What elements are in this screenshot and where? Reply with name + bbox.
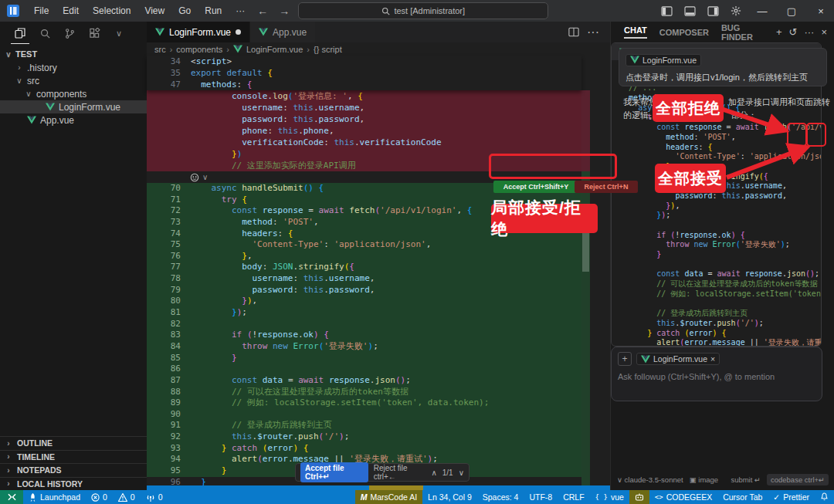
toggle-panel-icon[interactable] [680, 2, 700, 19]
status-item-indentation[interactable]: Spaces: 4 [477, 490, 524, 504]
menu-run[interactable]: Run [198, 5, 229, 16]
code-line: }), [619, 201, 821, 211]
search-sidebar-icon[interactable] [36, 23, 54, 43]
status-item-launchpad[interactable]: Launchpad [23, 490, 86, 504]
context-file-chip[interactable]: LoginForm.vue × [636, 353, 720, 365]
tab-app[interactable]: App.vue [249, 22, 315, 42]
remote-indicator[interactable] [0, 490, 23, 504]
source-control-icon[interactable] [60, 23, 79, 43]
tree-item-src[interactable]: ∨src [0, 74, 147, 87]
add-context-button[interactable]: + [618, 352, 632, 366]
model-selector[interactable]: ∨ claude-3.5-sonnet [617, 475, 683, 484]
status-item-ports[interactable]: 0 [141, 490, 168, 504]
menu-view[interactable]: View [137, 5, 171, 16]
breadcrumb-symbol[interactable]: {} script [314, 45, 342, 54]
code-line: const data = await response.json(); [619, 269, 821, 279]
split-editor-icon[interactable] [568, 27, 579, 37]
status-item-marscode-ai[interactable]: MMarsCode AI [355, 490, 422, 504]
tree-item--history[interactable]: ›.history [0, 61, 147, 74]
status-item-cursor-position[interactable]: Ln 34, Col 9 [422, 490, 477, 504]
status-item-notifications[interactable] [815, 490, 834, 504]
ai-assistant-icon [190, 173, 199, 182]
status-item-problems-warnings[interactable]: 0 [113, 490, 141, 504]
chat-input-box[interactable]: + LoginForm.vue × Ask followup (Ctrl+Shi… [611, 347, 822, 401]
reject-hunk-button[interactable]: Reject Ctrl+N [575, 181, 638, 193]
tree-item-app-vue[interactable]: App.vue [0, 113, 147, 127]
more-icon[interactable]: ··· [804, 26, 814, 38]
panel-timeline[interactable]: ›TIMELINE [0, 450, 147, 464]
breadcrumb-components[interactable]: components [176, 45, 222, 54]
breadcrumb-file[interactable]: LoginForm.vue [246, 45, 303, 54]
chevron-down-icon[interactable]: ∨ [110, 23, 128, 43]
breadcrumb[interactable]: src› components› LoginForm.vue› {} scrip… [154, 42, 342, 56]
reject-file-button[interactable]: Reject file ctrl+← [374, 464, 426, 481]
panel-outline[interactable]: ›OUTLINE [0, 436, 147, 450]
status-item-label: CODEGEEX [666, 492, 713, 502]
status-item-codegeex[interactable]: <>CODEGEEX [649, 490, 717, 504]
editor-scrollbar[interactable] [581, 56, 590, 485]
tree-item-loginform-vue[interactable]: LoginForm.vue [0, 100, 147, 113]
attach-image-button[interactable]: ▣ image [690, 475, 719, 484]
chat-tab-composer[interactable]: COMPOSER [659, 28, 709, 37]
chevron-right-icon: › [5, 479, 12, 488]
code-line: this.$router.push('/'); [619, 319, 821, 329]
panel-local-history[interactable]: ›LOCAL HISTORY [0, 477, 147, 491]
chat-tab-bug-finder[interactable]: BUG FINDER [721, 23, 764, 42]
code-line: console.log('登录信息: ', { [147, 90, 581, 102]
code-line: // 登录成功后跳转到主页 [619, 309, 821, 319]
annotation-outline-accept-all [806, 123, 826, 147]
nav-forward-icon[interactable]: → [273, 5, 295, 17]
menu-go[interactable]: Go [171, 5, 198, 16]
status-item-prettier[interactable]: ✓Prettier [768, 490, 815, 504]
status-item-eol[interactable]: CRLF [558, 490, 589, 504]
sidebar-bottom-panels: ›OUTLINE›TIMELINE›NOTEPADS›LOCAL HISTORY [0, 436, 147, 490]
tab-loginform[interactable]: LoginForm.vue [147, 22, 249, 42]
status-item-language-mode[interactable]: { }vue [590, 490, 629, 504]
add-chat-icon[interactable]: + [776, 26, 782, 38]
menu-file[interactable]: File [27, 5, 56, 16]
extensions-icon[interactable] [85, 23, 103, 43]
submit-button[interactable]: submit ↵ [731, 475, 761, 484]
minimize-button[interactable]: — [749, 0, 775, 22]
sticky-scroll-lines: 34<script>35export default {47 methods: … [147, 56, 581, 90]
chat-tab-chat[interactable]: CHAT [624, 25, 647, 39]
remove-context-icon[interactable]: × [710, 354, 715, 364]
chat-tab-bar: CHATCOMPOSERBUG FINDER+↺···× [611, 22, 834, 42]
ai-chat-panel: CHATCOMPOSERBUG FINDER+↺···× LoginForm.v… [610, 22, 834, 490]
command-search-box[interactable]: test [Administrator] [298, 2, 548, 19]
panel-notepads[interactable]: ›NOTEPADS [0, 463, 147, 477]
code-line: 91 // 登录成功后跳转到主页 [147, 420, 581, 431]
menu-edit[interactable]: Edit [56, 5, 86, 16]
code-line: }); [619, 211, 821, 221]
status-item-marscode-robot[interactable] [629, 490, 649, 504]
explorer-icon[interactable] [11, 23, 29, 44]
code-line: alert(error.message || '登录失败，请重试'); [619, 338, 821, 347]
toggle-sidebar-icon[interactable] [656, 2, 676, 19]
status-item-encoding[interactable]: UTF-8 [524, 490, 558, 504]
history-icon[interactable]: ↺ [789, 26, 798, 38]
codebase-button[interactable]: codebase ctrl+↵ [767, 474, 829, 485]
status-item-problems-errors[interactable]: 0 [86, 490, 113, 504]
file-chip[interactable]: LoginForm.vue [626, 54, 701, 66]
close-panel-icon[interactable]: × [821, 26, 827, 38]
next-change-icon[interactable]: ∨ [459, 468, 464, 477]
more-actions-icon[interactable]: ··· [587, 25, 599, 39]
status-bar: Launchpad000 MMarsCode AILn 34, Col 9Spa… [0, 490, 834, 504]
menu-selection[interactable]: Selection [86, 5, 137, 16]
toggle-secondary-sidebar-icon[interactable] [703, 2, 723, 19]
sidebar: ∨ ∨ TEST ›.history∨src∨componentsLoginFo… [0, 22, 147, 490]
menu-[interactable]: ··· [229, 5, 252, 16]
close-button[interactable]: × [808, 0, 834, 22]
accept-file-button[interactable]: Accept file Ctrl+↵ [300, 462, 368, 482]
ai-diff-gutter[interactable]: ∨ [190, 171, 208, 183]
explorer-root[interactable]: ∨ TEST [0, 45, 147, 61]
chat-input-placeholder: Ask followup (Ctrl+Shift+Y), @ to mentio… [618, 372, 815, 381]
breadcrumb-src[interactable]: src [154, 45, 166, 54]
settings-gear-icon[interactable] [726, 2, 746, 19]
maximize-button[interactable]: ▢ [778, 0, 805, 22]
status-item-cursor-tab[interactable]: Cursor Tab [717, 490, 768, 504]
tree-item-components[interactable]: ∨components [0, 87, 147, 100]
prev-change-icon[interactable]: ∧ [431, 468, 436, 477]
accept-hunk-button[interactable]: Accept Ctrl+Shift+Y [493, 181, 578, 193]
nav-back-icon[interactable]: ← [252, 5, 273, 17]
